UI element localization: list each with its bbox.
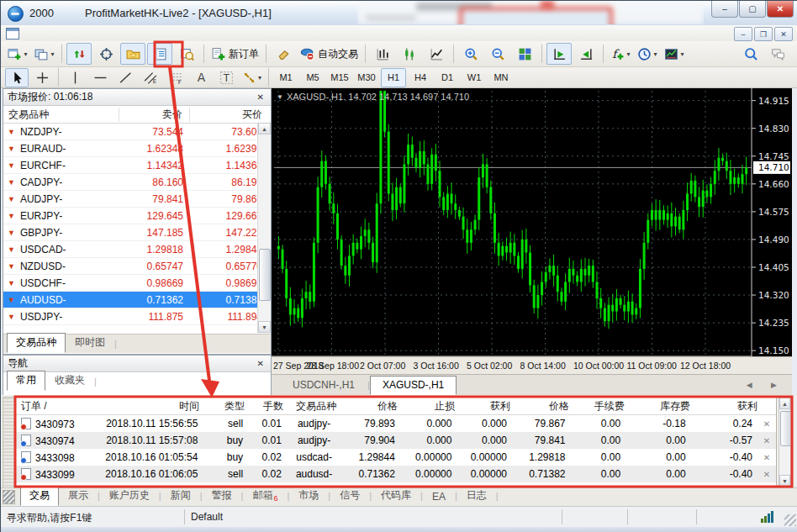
- line-chart-button[interactable]: [424, 43, 449, 65]
- auto-scroll-button[interactable]: [546, 43, 572, 65]
- zoom-in-button[interactable]: [458, 43, 483, 65]
- col-header-6[interactable]: 价格: [344, 399, 403, 413]
- mdi-close-button[interactable]: ✕: [774, 27, 793, 41]
- market-row-usdchf[interactable]: ▼USDCHF-0.986690.98691: [3, 275, 271, 292]
- cursor-button[interactable]: [5, 68, 29, 87]
- col-header-10[interactable]: 手续费: [574, 399, 630, 413]
- terminal-scrollbar[interactable]: ▲ ▼: [779, 397, 791, 487]
- zoom-out-button[interactable]: [485, 43, 510, 65]
- col-header-12[interactable]: 获利: [695, 399, 763, 413]
- terminal-tab-2[interactable]: 展示: [59, 486, 98, 506]
- timeframe-m15[interactable]: M15: [327, 68, 352, 87]
- col-header-3[interactable]: 类型: [204, 399, 250, 413]
- order-row-3433099[interactable]: 34330992018.10.16 01:06:05sell0.02audusd…: [16, 466, 776, 482]
- indicators-button[interactable]: f▾: [608, 43, 633, 65]
- navigator-close-icon[interactable]: ✕: [255, 359, 267, 368]
- timeframe-w1[interactable]: W1: [462, 68, 487, 87]
- terminal-tab-7[interactable]: 市场: [289, 486, 328, 506]
- timeframe-d1[interactable]: D1: [435, 68, 460, 87]
- auto-trading-button[interactable]: 自动交易: [298, 43, 361, 65]
- market-row-nzdjpy[interactable]: ▼NZDJPY-73.54473.601: [3, 124, 271, 140]
- dock-grip-icon[interactable]: [3, 490, 15, 504]
- market-row-usdcad[interactable]: ▼USDCAD-1.298181.29843: [3, 241, 271, 258]
- templates-dropdown-icon[interactable]: ▾: [680, 50, 684, 58]
- order-row-3430974[interactable]: 34309742018.10.11 15:57:08buy0.01audjpy-…: [16, 432, 776, 449]
- fibonacci-button[interactable]: F: [164, 68, 187, 87]
- chart-canvas[interactable]: 14.91514.83014.74514.66014.57514.49014.4…: [272, 88, 792, 374]
- terminal-tab-5[interactable]: 警报: [203, 486, 241, 506]
- periods-dropdown-icon[interactable]: ▾: [653, 50, 657, 58]
- chart-tab-scroll-arrows[interactable]: ◀ ▶: [747, 381, 785, 389]
- chart-tab-2[interactable]: XAGUSD-,H1: [370, 376, 457, 395]
- terminal-tab-4[interactable]: 新闻: [161, 486, 200, 506]
- text-label-button[interactable]: T: [214, 68, 238, 87]
- market-row-audusd[interactable]: ▼AUDUSD-0.713620.71382: [3, 292, 271, 308]
- search-button[interactable]: [738, 43, 763, 65]
- col-header-8[interactable]: 获利: [460, 399, 515, 413]
- mdi-minimize-button[interactable]: –: [734, 27, 752, 41]
- bar-chart-button[interactable]: [370, 43, 395, 65]
- terminal-button[interactable]: [147, 43, 172, 65]
- terminal-tab-9[interactable]: 代码库: [372, 486, 420, 506]
- col-header-1[interactable]: 订单 /: [16, 399, 95, 413]
- market-row-eurjpy[interactable]: ▼EURJPY-129.645129.667: [3, 208, 271, 224]
- col-header-9[interactable]: 价格: [515, 399, 574, 413]
- timeframe-h1[interactable]: H1: [381, 68, 406, 87]
- col-header-2[interactable]: 时间: [95, 399, 204, 413]
- terminal-tab-8[interactable]: 信号: [330, 486, 369, 506]
- tile-windows-button[interactable]: [512, 43, 537, 65]
- text-button[interactable]: A: [189, 68, 213, 87]
- market-row-usdjpy[interactable]: ▼USDJPY-111.875111.894: [3, 308, 271, 325]
- candle-chart-button[interactable]: [397, 43, 422, 65]
- timeframe-m30[interactable]: M30: [354, 68, 379, 87]
- resize-grip[interactable]: [784, 514, 796, 526]
- col-symbol[interactable]: 交易品种: [3, 108, 119, 122]
- order-row-3430973[interactable]: 34309732018.10.11 15:56:55sell0.01audjpy…: [16, 415, 776, 432]
- market-watch-tab-1[interactable]: 交易品种: [7, 333, 66, 353]
- market-row-eurchf[interactable]: ▼EURCHF-1.143421.14368: [3, 157, 271, 174]
- new-chart-button[interactable]: ▾: [5, 43, 30, 65]
- chart-collapse-icon[interactable]: ▼: [277, 93, 283, 101]
- close-order-icon[interactable]: ✕: [757, 453, 776, 462]
- terminal-tab-10[interactable]: EA: [423, 488, 455, 506]
- market-row-euraud[interactable]: ▼EURAUD-1.623481.62391: [3, 140, 271, 157]
- strategy-tester-button[interactable]: [174, 43, 199, 65]
- timeframe-m1[interactable]: M1: [273, 68, 298, 87]
- chart-tab-1[interactable]: USDCNH-,H1: [280, 376, 367, 395]
- close-order-icon[interactable]: ✕: [757, 470, 776, 479]
- col-bid[interactable]: 卖价: [119, 108, 190, 122]
- market-watch-scrollbar[interactable]: ▲ ▼: [257, 123, 271, 333]
- col-header-4[interactable]: 手数: [250, 399, 288, 413]
- close-order-icon[interactable]: ✕: [757, 436, 776, 445]
- market-watch-tab-2[interactable]: 即时图: [66, 333, 114, 353]
- close-order-icon[interactable]: ✕: [757, 419, 776, 429]
- market-watch-button[interactable]: [66, 43, 92, 65]
- market-watch-close-icon[interactable]: ✕: [255, 92, 267, 102]
- market-row-nzdusd[interactable]: ▼NZDUSD-0.657470.65770: [3, 258, 271, 275]
- close-button[interactable]: ✕: [767, 1, 794, 18]
- crosshair-button[interactable]: [30, 68, 54, 87]
- terminal-tab-6[interactable]: 邮箱6: [243, 486, 287, 506]
- minimize-button[interactable]: –: [711, 1, 738, 18]
- status-profile[interactable]: Default: [191, 511, 223, 523]
- market-row-cadjpy[interactable]: ▼CADJPY-86.16086.197: [3, 174, 271, 191]
- arrows-dropdown-icon[interactable]: ▾: [258, 74, 261, 82]
- terminal-grip[interactable]: [3, 397, 15, 489]
- trend-line-button[interactable]: [113, 68, 137, 87]
- col-ask[interactable]: 买价: [190, 108, 271, 122]
- chart-window[interactable]: 14.91514.83014.74514.66014.57514.49014.4…: [272, 88, 792, 395]
- col-header-7[interactable]: 止损: [403, 399, 460, 413]
- templates-button[interactable]: ▾: [662, 43, 687, 65]
- channel-button[interactable]: E: [139, 68, 162, 87]
- indicators-dropdown-icon[interactable]: ▾: [626, 50, 630, 58]
- maximize-button[interactable]: ▢: [739, 1, 766, 18]
- navigator-tab-2[interactable]: 收藏夹: [45, 371, 94, 391]
- timeframe-h4[interactable]: H4: [408, 68, 433, 87]
- chart-shift-button[interactable]: [573, 43, 599, 65]
- profiles-button[interactable]: ▾: [32, 43, 57, 65]
- timeframe-m5[interactable]: M5: [300, 68, 325, 87]
- data-window-button[interactable]: [93, 43, 119, 65]
- terminal-tab-3[interactable]: 账户历史: [100, 486, 159, 506]
- mdi-restore-button[interactable]: ❐: [754, 27, 773, 41]
- terminal-tab-1[interactable]: 交易: [20, 486, 59, 506]
